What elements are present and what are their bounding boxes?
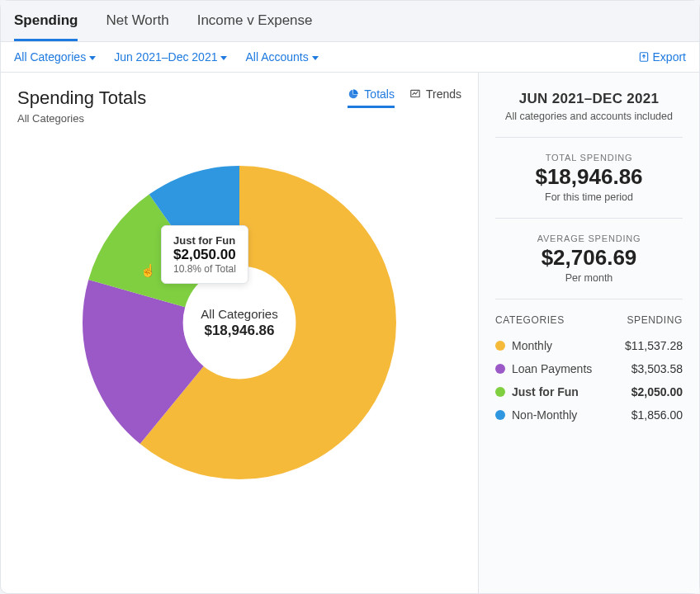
main-panel: Spending Totals All Categories Totals Tr…	[1, 73, 478, 593]
category-label: Loan Payments	[512, 362, 592, 375]
side-panel: JUN 2021–DEC 2021 All categories and acc…	[478, 73, 699, 593]
tooltip-category: Just for Fun	[173, 234, 236, 247]
pie-chart-icon	[348, 88, 359, 100]
export-label: Export	[653, 50, 686, 64]
donut-chart[interactable]: All Categories $18,946.86 Just for Fun $…	[83, 166, 396, 479]
primary-tabbar: Spending Net Worth Income v Expense	[1, 1, 699, 42]
total-spending-value: $18,946.86	[495, 164, 683, 190]
categories-head-label: CATEGORIES	[495, 314, 565, 326]
filter-categories[interactable]: All Categories	[14, 50, 96, 64]
category-row[interactable]: Non-Monthly$1,856.00	[495, 403, 683, 427]
app-window: Spending Net Worth Income v Expense All …	[0, 0, 700, 594]
filter-bar: All Categories Jun 2021–Dec 2021 All Acc…	[1, 42, 699, 73]
main-header: Spending Totals All Categories Totals Tr…	[17, 87, 461, 125]
category-label: Just for Fun	[512, 385, 579, 398]
trends-icon	[409, 88, 421, 100]
view-tab-trends[interactable]: Trends	[409, 87, 461, 108]
category-amount: $1,856.00	[631, 408, 683, 422]
donut-center-value: $18,946.86	[201, 323, 277, 339]
tooltip-percent: 10.8% of Total	[173, 263, 236, 275]
donut-center-title: All Categories	[201, 307, 277, 321]
page-subtitle: All Categories	[17, 112, 146, 125]
view-tabs: Totals Trends	[348, 87, 461, 108]
filter-accounts-label: All Accounts	[245, 50, 308, 64]
tab-spending[interactable]: Spending	[14, 12, 78, 41]
filter-accounts[interactable]: All Accounts	[245, 50, 318, 64]
divider	[495, 137, 683, 138]
tab-income-expense[interactable]: Income v Expense	[197, 12, 313, 41]
avg-spending-value: $2,706.69	[495, 245, 683, 271]
tab-networth[interactable]: Net Worth	[106, 12, 168, 41]
category-amount: $3,503.58	[631, 362, 683, 375]
view-tab-trends-label: Trends	[426, 87, 461, 101]
total-spending-label: TOTAL SPENDING	[495, 153, 683, 163]
chart-tooltip: Just for Fun $2,050.00 10.8% of Total	[161, 225, 248, 284]
avg-spending-label: AVERAGE SPENDING	[495, 233, 683, 243]
side-period-sub: All categories and accounts included	[495, 111, 683, 122]
tooltip-value: $2,050.00	[173, 247, 236, 263]
filter-period[interactable]: Jun 2021–Dec 2021	[114, 50, 227, 64]
filter-categories-label: All Categories	[14, 50, 86, 64]
category-amount: $2,050.00	[631, 385, 683, 398]
page-title: Spending Totals	[17, 87, 146, 109]
category-amount: $11,537.28	[625, 339, 683, 352]
category-rows: Monthly$11,537.28Loan Payments$3,503.58J…	[495, 334, 683, 427]
export-button[interactable]: Export	[638, 50, 686, 64]
export-icon	[638, 51, 650, 63]
side-period-title: JUN 2021–DEC 2021	[495, 91, 683, 107]
donut-center-label: All Categories $18,946.86	[201, 307, 277, 339]
category-color-dot	[495, 364, 505, 374]
category-label: Non-Monthly	[512, 408, 577, 422]
chevron-down-icon	[312, 56, 319, 60]
divider	[495, 299, 683, 299]
avg-spending-sub: Per month	[495, 272, 683, 284]
category-row[interactable]: Loan Payments$3,503.58	[495, 357, 683, 380]
category-color-dot	[495, 410, 505, 420]
category-row[interactable]: Just for Fun$2,050.00	[495, 380, 683, 403]
chevron-down-icon	[89, 56, 96, 60]
category-label: Monthly	[512, 339, 552, 352]
category-color-dot	[495, 387, 505, 397]
spending-head-label: SPENDING	[627, 314, 683, 326]
category-row[interactable]: Monthly$11,537.28	[495, 334, 683, 357]
category-table-head: CATEGORIES SPENDING	[495, 314, 683, 326]
category-color-dot	[495, 341, 505, 351]
view-tab-totals[interactable]: Totals	[348, 87, 395, 108]
total-spending-sub: For this time period	[495, 191, 683, 203]
view-tab-totals-label: Totals	[364, 87, 395, 101]
divider	[495, 218, 683, 219]
chevron-down-icon	[220, 56, 227, 60]
content: Spending Totals All Categories Totals Tr…	[1, 73, 699, 593]
filter-period-label: Jun 2021–Dec 2021	[114, 50, 217, 64]
